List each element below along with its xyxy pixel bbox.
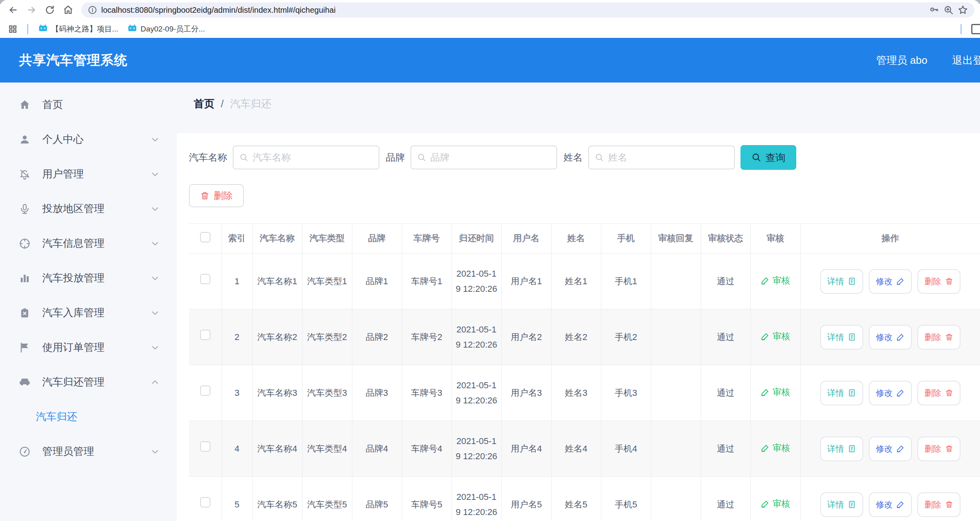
edit-button[interactable]: 修改: [869, 325, 912, 350]
bookmark-item[interactable]: 【码神之路】项目...: [35, 22, 122, 36]
row-checkbox[interactable]: [200, 274, 210, 284]
back-icon[interactable]: [6, 2, 21, 18]
search-icon: [595, 153, 604, 162]
col-audit-reply: 审核回复: [651, 224, 701, 254]
pencil-icon: [896, 389, 905, 397]
screen: localhost:8080/springboot2eidg/admin/dis…: [0, 0, 980, 521]
audit-link[interactable]: 审核: [761, 496, 790, 511]
audit-link[interactable]: 审核: [761, 385, 790, 399]
url-text[interactable]: localhost:8080/springboot2eidg/admin/dis…: [101, 6, 925, 15]
detail-button[interactable]: 详情: [820, 325, 863, 350]
forward-icon[interactable]: [24, 2, 39, 18]
edit-button[interactable]: 修改: [869, 436, 912, 461]
content-card: 汽车名称 品牌 姓名: [177, 133, 980, 521]
browser-chrome: localhost:8080/springboot2eidg/admin/dis…: [0, 0, 980, 38]
trash-icon: [945, 277, 953, 285]
search-icon: [239, 153, 249, 162]
reload-icon[interactable]: [42, 2, 57, 18]
apps-grid-icon[interactable]: [6, 23, 19, 35]
pencil-icon: [896, 444, 905, 453]
main-content: 首页 / 汽车归还 汽车名称 品牌 姓名: [177, 83, 980, 521]
sidebar-item-users[interactable]: 用户管理: [0, 157, 177, 191]
bookmark-item[interactable]: Day02-09-员工分...: [124, 22, 208, 36]
select-all-checkbox[interactable]: [200, 232, 210, 242]
breadcrumb: 首页 / 汽车归还: [194, 97, 980, 111]
app-title: 共享汽车管理系统: [19, 51, 128, 69]
sidebar-item-admins[interactable]: 管理员管理: [0, 434, 177, 469]
bookmark-label: Day02-09-员工分...: [141, 24, 205, 34]
trash-icon: [945, 389, 953, 397]
detail-button[interactable]: 详情: [820, 269, 863, 294]
breadcrumb-home[interactable]: 首页: [194, 97, 214, 111]
header-checkbox-cell: [189, 224, 222, 254]
filter-row: 汽车名称 品牌 姓名: [189, 145, 980, 170]
password-key-icon[interactable]: [929, 5, 939, 15]
row-checkbox[interactable]: [200, 330, 210, 340]
detail-button[interactable]: 详情: [820, 381, 863, 405]
sidebar-item-car-return[interactable]: 汽车归还管理: [0, 365, 177, 399]
edit-button[interactable]: 修改: [869, 269, 912, 294]
breadcrumb-current: 汽车归还: [230, 97, 271, 111]
chevron-down-icon: [151, 274, 159, 283]
delete-button[interactable]: 删除: [917, 492, 960, 517]
col-plate: 车牌号: [402, 224, 452, 254]
chevron-down-icon: [151, 239, 159, 248]
chevron-down-icon: [151, 170, 159, 179]
url-bar[interactable]: localhost:8080/springboot2eidg/admin/dis…: [81, 2, 974, 18]
flag-icon: [18, 342, 31, 354]
audit-link[interactable]: 审核: [761, 329, 790, 344]
edit-button[interactable]: 修改: [869, 492, 912, 517]
row-checkbox[interactable]: [200, 441, 210, 452]
bookmarks-divider: [27, 24, 28, 34]
car-name-label: 汽车名称: [189, 151, 227, 164]
bookmark-label: 【码神之路】项目...: [51, 24, 118, 34]
logout-link[interactable]: 退出登录: [952, 53, 980, 67]
chevron-down-icon: [151, 204, 159, 213]
col-index: 索引: [222, 224, 252, 254]
home-nav-icon[interactable]: [61, 2, 76, 18]
sidebar-subitem-car-return[interactable]: 汽车归还: [0, 399, 177, 434]
site-info-icon[interactable]: [88, 5, 97, 15]
zoom-page-icon[interactable]: [943, 5, 954, 15]
delete-selected-button[interactable]: 删除: [189, 184, 244, 207]
side-panel-icon[interactable]: [971, 24, 980, 34]
row-checkbox[interactable]: [200, 385, 210, 396]
audit-link[interactable]: 审核: [761, 440, 790, 455]
brand-input[interactable]: [430, 152, 554, 163]
sidebar-item-profile[interactable]: 个人中心: [0, 122, 177, 157]
bilibili-icon: [127, 24, 137, 34]
delete-button[interactable]: 删除: [917, 325, 960, 350]
edit-button[interactable]: 修改: [869, 381, 912, 405]
detail-button[interactable]: 详情: [820, 492, 863, 517]
sidebar-item-car-launch[interactable]: 汽车投放管理: [0, 261, 177, 295]
sidebar-item-car-info[interactable]: 汽车信息管理: [0, 226, 177, 261]
sidebar-item-regions[interactable]: 投放地区管理: [0, 191, 177, 226]
col-car-name: 汽车名称: [252, 224, 302, 254]
delete-button[interactable]: 删除: [917, 269, 960, 294]
microphone-icon: [18, 203, 31, 215]
pencil-icon: [896, 333, 905, 341]
compass-icon: [18, 238, 31, 250]
car-icon: [18, 376, 31, 388]
search-button[interactable]: 查询: [740, 145, 796, 170]
bookmark-star-icon[interactable]: [958, 5, 968, 15]
table-header-row: 索引 汽车名称 汽车类型 品牌 车牌号 归还时间 用户名 姓名 手机 审核回复 …: [189, 224, 980, 254]
audit-link[interactable]: 审核: [761, 273, 790, 288]
brand-label: 品牌: [386, 151, 405, 164]
sidebar-item-orders[interactable]: 使用订单管理: [0, 330, 177, 365]
col-actions: 操作: [800, 224, 980, 254]
delete-button[interactable]: 删除: [917, 436, 960, 461]
name-input[interactable]: [608, 152, 732, 163]
delete-button[interactable]: 删除: [917, 381, 960, 405]
col-audit-status: 审核状态: [701, 224, 750, 254]
pencil-icon: [896, 500, 905, 509]
trash-icon: [200, 191, 210, 201]
row-checkbox[interactable]: [200, 497, 210, 507]
chevron-down-icon: [151, 343, 159, 352]
detail-button[interactable]: 详情: [820, 436, 863, 461]
car-name-input[interactable]: [253, 152, 376, 163]
current-user: 管理员 abo: [876, 53, 927, 67]
sidebar-item-car-storage[interactable]: 汽车入库管理: [0, 295, 177, 330]
sidebar-item-home[interactable]: 首页: [0, 87, 177, 122]
returns-table: 索引 汽车名称 汽车类型 品牌 车牌号 归还时间 用户名 姓名 手机 审核回复 …: [189, 223, 980, 521]
